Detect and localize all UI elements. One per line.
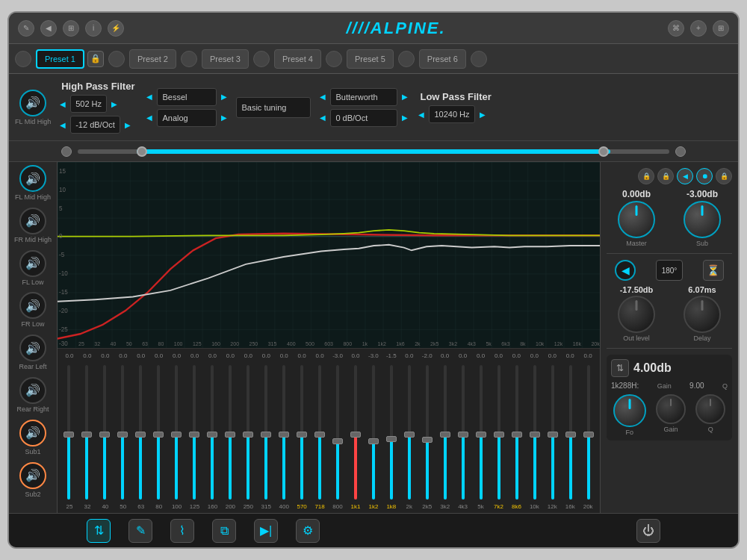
- fl-mid-high-btn[interactable]: 🔊: [19, 165, 46, 192]
- rear-right-btn[interactable]: 🔊: [19, 377, 46, 404]
- fader-col-19[interactable]: [401, 365, 418, 500]
- fader-track-0[interactable]: [67, 365, 70, 500]
- fader-col-4[interactable]: [132, 365, 149, 500]
- lp-type-right[interactable]: ▶: [400, 93, 409, 101]
- fader-col-13[interactable]: [294, 365, 310, 500]
- preset-dot-5[interactable]: [326, 51, 342, 67]
- fader-track-11[interactable]: [264, 365, 267, 500]
- pencil-toolbar-btn[interactable]: ✎: [128, 519, 152, 543]
- slider-thumb-right[interactable]: [598, 146, 609, 157]
- delay-knob[interactable]: [684, 296, 721, 333]
- fader-knob-0[interactable]: [63, 432, 74, 438]
- preset-1-button[interactable]: Preset 1: [36, 49, 84, 69]
- fader-col-29[interactable]: [580, 365, 597, 500]
- hp-freq-right[interactable]: ▶: [110, 100, 119, 108]
- right-lock2-icon[interactable]: 🔒: [657, 168, 674, 184]
- fader-knob-24[interactable]: [494, 432, 504, 438]
- bolt-icon[interactable]: ⚡: [108, 20, 124, 37]
- fader-knob-16[interactable]: [350, 432, 361, 438]
- fader-knob-13[interactable]: [297, 432, 307, 438]
- curve-toolbar-btn[interactable]: ⌇: [170, 519, 194, 543]
- fader-knob-26[interactable]: [530, 432, 540, 438]
- lp-freq-select[interactable]: 10240 Hz: [429, 105, 474, 123]
- slider-thumb-left[interactable]: [137, 146, 147, 157]
- hp-type2-right[interactable]: ▶: [220, 113, 229, 122]
- mixer-toolbar-btn[interactable]: ⇅: [87, 519, 111, 543]
- fader-track-5[interactable]: [157, 365, 160, 500]
- fader-track-7[interactable]: [193, 365, 196, 500]
- fader-col-2[interactable]: [96, 365, 113, 500]
- fader-knob-27[interactable]: [548, 432, 558, 438]
- preset-lock-icon[interactable]: 🔒: [87, 51, 104, 67]
- preset-dot-3[interactable]: [181, 51, 197, 67]
- right-clock-icon[interactable]: ⏺: [696, 168, 713, 184]
- play-toolbar-btn[interactable]: ▶|: [254, 519, 278, 543]
- add-icon[interactable]: +: [690, 20, 707, 37]
- hp-type2-select[interactable]: Analog: [157, 109, 217, 127]
- fader-track-10[interactable]: [247, 365, 249, 500]
- fader-track-4[interactable]: [139, 365, 142, 500]
- lp-slope-right[interactable]: ▶: [400, 113, 409, 122]
- fader-col-17[interactable]: [365, 365, 382, 500]
- fader-knob-18[interactable]: [386, 436, 397, 442]
- fader-track-8[interactable]: [211, 365, 214, 500]
- fader-knob-6[interactable]: [171, 432, 182, 438]
- fader-col-12[interactable]: [276, 365, 292, 500]
- hp-type1-left[interactable]: ◀: [145, 93, 154, 101]
- fader-col-27[interactable]: [545, 365, 561, 500]
- fader-col-23[interactable]: [473, 365, 489, 500]
- fader-col-18[interactable]: [383, 365, 400, 500]
- fl-low-btn[interactable]: 🔊: [19, 250, 46, 277]
- right-lock3-icon[interactable]: 🔒: [716, 168, 732, 184]
- fader-col-1[interactable]: [78, 365, 95, 500]
- fader-track-2[interactable]: [103, 365, 106, 500]
- fader-track-27[interactable]: [551, 365, 554, 500]
- fader-track-22[interactable]: [462, 365, 465, 500]
- fader-col-15[interactable]: [329, 365, 346, 500]
- fader-track-15[interactable]: [336, 365, 339, 500]
- fader-knob-9[interactable]: [225, 432, 235, 438]
- preset-dot-2[interactable]: [108, 51, 125, 67]
- lp-type-select[interactable]: Butterworth: [330, 88, 397, 106]
- fader-track-28[interactable]: [569, 365, 572, 500]
- fader-track-9[interactable]: [229, 365, 232, 500]
- info-icon[interactable]: i: [85, 20, 102, 37]
- fader-col-26[interactable]: [527, 365, 543, 500]
- fader-knob-20[interactable]: [422, 437, 433, 443]
- fader-col-16[interactable]: [347, 365, 364, 500]
- pencil-icon[interactable]: ✎: [18, 20, 34, 37]
- fader-knob-7[interactable]: [189, 432, 199, 438]
- fader-knob-19[interactable]: [404, 432, 415, 438]
- fader-track-1[interactable]: [85, 365, 88, 500]
- copy-toolbar-btn[interactable]: ⧉: [212, 519, 236, 543]
- right-back-icon[interactable]: ◀: [677, 168, 693, 184]
- back-icon[interactable]: ◀: [40, 20, 57, 37]
- fader-track-3[interactable]: [121, 365, 124, 500]
- fader-knob-22[interactable]: [458, 432, 468, 438]
- fader-track-17[interactable]: [372, 365, 375, 500]
- fader-knob-10[interactable]: [243, 432, 253, 438]
- layers-icon[interactable]: ⊞: [63, 20, 79, 37]
- preset-dot-7[interactable]: [471, 51, 487, 67]
- rear-left-btn[interactable]: 🔊: [19, 335, 46, 361]
- timer-badge[interactable]: ⏳: [703, 260, 724, 281]
- hp-type1-select[interactable]: Bessel: [157, 88, 217, 106]
- fader-knob-12[interactable]: [279, 432, 289, 438]
- fader-track-12[interactable]: [282, 365, 285, 500]
- preset-4-button[interactable]: Preset 4: [274, 49, 321, 69]
- fader-knob-21[interactable]: [440, 432, 450, 438]
- master-knob[interactable]: [618, 201, 655, 238]
- fader-track-18[interactable]: [390, 365, 393, 500]
- gain-tune-btn[interactable]: ⇅: [611, 359, 629, 377]
- fader-knob-28[interactable]: [565, 432, 576, 438]
- preset-2-button[interactable]: Preset 2: [129, 49, 176, 69]
- fader-track-23[interactable]: [480, 365, 483, 500]
- fader-knob-17[interactable]: [368, 438, 379, 444]
- basic-tuning-select[interactable]: Basic tuning: [236, 97, 311, 118]
- hp-freq-select[interactable]: 502 Hz: [70, 95, 107, 113]
- fader-col-22[interactable]: [455, 365, 471, 500]
- hp-slope-left[interactable]: ◀: [58, 121, 67, 129]
- preset-dot-4[interactable]: [253, 51, 270, 67]
- fader-col-9[interactable]: [222, 365, 238, 500]
- preset-dot-6[interactable]: [398, 51, 415, 67]
